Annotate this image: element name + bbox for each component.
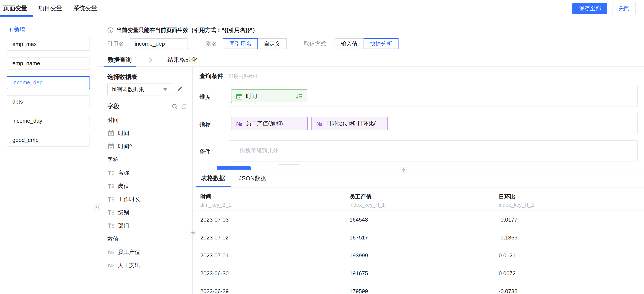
field-item-岗位[interactable]: 岗位 xyxy=(108,180,189,192)
field-group-label-时间: 时间 xyxy=(108,113,189,126)
ref-name-input[interactable] xyxy=(130,38,188,49)
result-tab-bar: 表格数据JSON数据 xyxy=(193,170,644,188)
dimension-chip-时间[interactable]: 时间 xyxy=(231,90,307,103)
value-mode-option-快捷分析[interactable]: 快捷分析 xyxy=(364,38,398,49)
dataset-select[interactable]: bi测试数据集 xyxy=(108,84,172,96)
table-cell: -0.1365 xyxy=(499,234,518,241)
field-item-label: 员工产值 xyxy=(118,248,140,256)
table-cell: 167517 xyxy=(350,234,368,241)
field-item-员工产值[interactable]: №员工产值 xyxy=(108,246,189,259)
query-body: 选择数据表 bi测试数据集 字段 xyxy=(97,67,644,294)
field-item-label: 时间2 xyxy=(118,142,132,150)
table-cell: 179599 xyxy=(350,288,368,294)
field-item-label: 时间 xyxy=(118,129,129,137)
column-name: 时间 xyxy=(200,193,231,201)
table-row: 2023-06-29179599-0.0738 xyxy=(193,282,644,294)
table-row: 2023-07-02167517-0.1365 xyxy=(193,228,644,246)
field-item-时间2[interactable]: 时间2 xyxy=(108,140,189,153)
numeric-field-icon: № xyxy=(108,262,114,268)
field-item-人工支出[interactable]: №人工支出 xyxy=(108,259,189,272)
table-cell: -0.0177 xyxy=(499,216,518,223)
panel-height-resize-handle[interactable] xyxy=(401,166,406,172)
condition-dropzone[interactable]: 拖拽字段到此处 xyxy=(229,140,638,162)
top-tab-bar: 页面变量项目变量系统变量 xyxy=(0,0,103,16)
add-variable-button[interactable]: + 新增 xyxy=(8,26,25,33)
table-cell: 2023-06-30 xyxy=(200,270,229,276)
tab-result-format[interactable]: 结果格式化 xyxy=(163,53,202,66)
field-panel-resize-handle[interactable] xyxy=(190,230,196,236)
refresh-fields-icon[interactable] xyxy=(181,103,187,110)
table-cell: -0.0738 xyxy=(499,288,518,294)
top-tab-项目变量[interactable]: 项目变量 xyxy=(33,0,68,16)
table-cell: 2023-06-29 xyxy=(200,288,229,294)
value-mode-segmented-control: 输入值快捷分析 xyxy=(334,38,398,49)
field-item-时间[interactable]: 时间 xyxy=(108,126,189,140)
value-mode-option-输入值[interactable]: 输入值 xyxy=(334,38,364,49)
metric-chip-日环比(加和-日环比(...[interactable]: №日环比(加和-日环比(... xyxy=(311,117,388,130)
top-tab-页面变量[interactable]: 页面变量 xyxy=(0,0,33,16)
query-condition-title: 查询条件 xyxy=(200,72,223,80)
field-item-工作时长[interactable]: 工作时长 xyxy=(108,192,189,206)
step-tab-bar: 数据查询 结果格式化 xyxy=(97,53,644,67)
table-cell: 191675 xyxy=(350,270,368,276)
result-tab-表格数据[interactable]: 表格数据 xyxy=(194,170,232,187)
field-item-级别[interactable]: 级别 xyxy=(108,206,189,219)
ref-name-label: 引用名 xyxy=(108,40,124,48)
metric-chip-员工产值(加和)[interactable]: №员工产值(加和) xyxy=(231,117,308,130)
resize-up-icon xyxy=(402,168,405,169)
numeric-field-icon: № xyxy=(316,120,323,127)
variable-item-emp_name[interactable]: emp_name xyxy=(7,57,90,70)
column-key: index_key_H_1 xyxy=(350,202,385,208)
scope-notice: 当前变量只能在当前页面生效（引用方式：“{{引用名}}”） xyxy=(108,26,258,34)
variable-item-dpts[interactable]: dpts xyxy=(7,96,90,108)
table-row: 2023-07-011939990.0121 xyxy=(193,246,644,264)
variable-form-row: 引用名 别名 同引用名自定义 取值方式 输入值快捷分析 xyxy=(108,38,398,49)
field-item-label: 部门 xyxy=(118,222,129,230)
sort-order-icon[interactable] xyxy=(295,93,302,99)
search-fields-icon[interactable] xyxy=(172,103,178,110)
condition-label: 条件 xyxy=(200,148,210,156)
dimension-dropzone[interactable]: 时间 xyxy=(229,86,638,107)
numeric-field-icon: № xyxy=(108,249,114,255)
result-tab-JSON数据[interactable]: JSON数据 xyxy=(232,170,274,187)
alias-label: 别名 xyxy=(206,40,217,48)
resize-right-icon xyxy=(98,206,99,208)
variable-list: emp_maxemp_nameincome_depdptsincome_dayg… xyxy=(7,38,90,153)
column-name: 日环比 xyxy=(499,193,534,201)
resize-right-icon xyxy=(193,231,194,234)
add-variable-label: 新增 xyxy=(14,26,25,33)
text-field-icon xyxy=(108,183,114,189)
table-column-时间: 时间dim_key_B_1 xyxy=(200,193,231,208)
value-mode-label: 取值方式 xyxy=(304,40,326,48)
tab-data-query[interactable]: 数据查询 xyxy=(104,53,136,66)
text-field-icon xyxy=(108,170,114,176)
resize-left-icon xyxy=(95,206,97,208)
field-group-label-字符: 字符 xyxy=(108,153,189,166)
field-item-部门[interactable]: 部门 xyxy=(108,219,189,232)
metric-dropzone[interactable]: №员工产值(加和)№日环比(加和-日环比(... xyxy=(229,113,638,134)
text-field-icon xyxy=(108,210,114,216)
field-item-label: 工作时长 xyxy=(118,195,140,203)
table-cell: 164548 xyxy=(350,216,368,223)
column-key: index_key_H_2 xyxy=(499,202,534,208)
edit-dataset-icon[interactable] xyxy=(176,86,183,92)
dataset-select-value: bi测试数据集 xyxy=(112,86,144,93)
sidebar-resize-handle[interactable] xyxy=(94,204,100,210)
variable-item-emp_max[interactable]: emp_max xyxy=(7,38,90,51)
calendar-icon xyxy=(108,143,114,150)
close-button[interactable]: 关闭 xyxy=(612,3,636,14)
variable-sidebar: + 新增 emp_maxemp_nameincome_depdptsincome… xyxy=(0,17,97,294)
top-tab-系统变量[interactable]: 系统变量 xyxy=(68,0,103,16)
variable-item-good_emp[interactable]: good_emp xyxy=(7,134,90,146)
dataset-field-panel: 选择数据表 bi测试数据集 字段 xyxy=(97,67,193,294)
variable-item-income_day[interactable]: income_day xyxy=(7,114,90,128)
caret-down-icon xyxy=(163,88,168,91)
field-item-label: 名称 xyxy=(118,169,129,176)
alias-option-自定义[interactable]: 自定义 xyxy=(258,38,287,49)
field-item-名称[interactable]: 名称 xyxy=(108,166,189,180)
table-row: 2023-07-03164548-0.0177 xyxy=(193,210,644,228)
variable-item-income_dep[interactable]: income_dep xyxy=(7,76,90,89)
save-all-button[interactable]: 保存全部 xyxy=(572,3,607,14)
chevron-right-icon xyxy=(148,57,153,63)
alias-option-同引用名[interactable]: 同引用名 xyxy=(223,38,258,49)
